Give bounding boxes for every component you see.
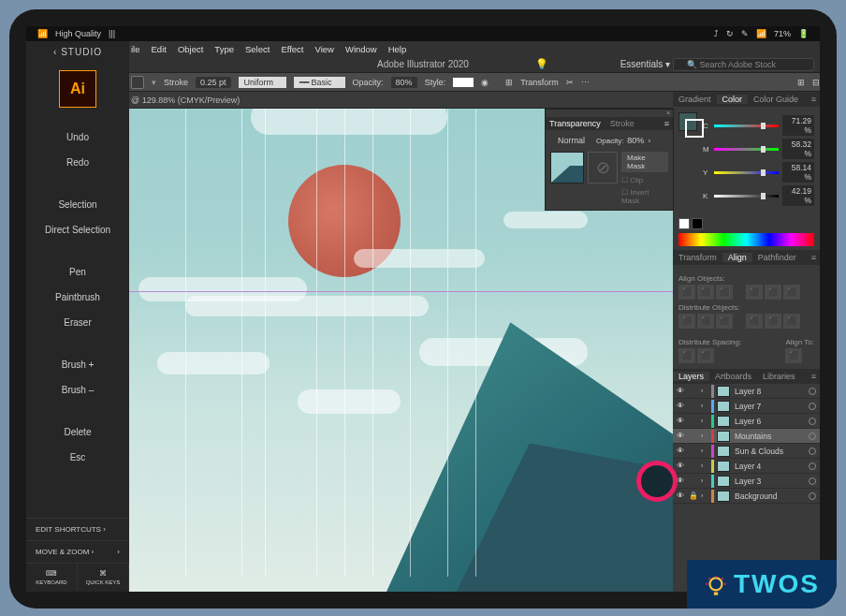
expand-icon[interactable]: › — [701, 433, 708, 439]
visibility-icon[interactable]: 👁 — [677, 387, 686, 395]
tab-colorguide[interactable]: Color Guide — [748, 95, 804, 104]
opacity-value[interactable]: 80% — [391, 77, 417, 88]
style-swatch[interactable] — [453, 78, 474, 87]
hint-icon[interactable]: 💡 — [535, 58, 548, 70]
layer-name[interactable]: Layer 3 — [733, 477, 806, 486]
paintbrush-tool[interactable]: Paintbrush — [55, 292, 100, 302]
align-right-icon[interactable]: ⬛ — [716, 285, 733, 300]
layer-row[interactable]: 👁 🔒 › Background — [673, 489, 820, 504]
c-value[interactable]: 71.29 % — [782, 115, 814, 136]
close-icon[interactable]: × — [666, 110, 670, 117]
menu-file[interactable]: ile — [131, 44, 140, 54]
move-zoom[interactable]: MOVE & ZOOM ›› — [26, 540, 129, 563]
lock-icon[interactable]: 🔒 — [689, 491, 698, 500]
fill-stroke-swatch[interactable] — [678, 112, 697, 131]
visibility-icon[interactable]: 👁 — [677, 402, 686, 410]
panel-menu-icon[interactable]: ≡ — [808, 372, 820, 381]
visibility-icon[interactable]: 👁 — [677, 447, 686, 455]
layer-name[interactable]: Layer 4 — [733, 462, 806, 471]
tab-align[interactable]: Align — [722, 253, 752, 262]
pen-tool[interactable]: Pen — [69, 267, 86, 277]
layer-name[interactable]: Sun & Clouds — [733, 447, 806, 456]
transform-label[interactable]: Transform — [520, 78, 559, 87]
layer-name[interactable]: Layer 7 — [733, 402, 806, 411]
guide-line[interactable] — [129, 291, 673, 292]
brush-minus[interactable]: Brush – — [62, 385, 94, 395]
edit-icon[interactable]: ✎ — [741, 29, 749, 38]
tab-transparency[interactable]: Transparency — [549, 119, 601, 128]
layer-row[interactable]: 👁 › Sun & Clouds — [673, 444, 820, 459]
menu-edit[interactable]: Edit — [152, 44, 167, 54]
more-icons[interactable]: ⋯ — [581, 78, 590, 87]
target-icon[interactable] — [809, 418, 816, 425]
tab-transform[interactable]: Transform — [673, 253, 722, 262]
target-icon[interactable] — [809, 477, 816, 485]
dist-hcenter-icon[interactable]: ⬛ — [765, 314, 781, 329]
direct-selection-tool[interactable]: Direct Selection — [45, 225, 110, 235]
target-icon[interactable] — [809, 388, 816, 395]
workspace-dropdown[interactable]: Essentials ▾ — [620, 59, 670, 69]
k-value[interactable]: 42.19 % — [782, 185, 814, 206]
align-top-icon[interactable]: ⬛ — [746, 285, 763, 300]
expand-icon[interactable]: › — [701, 403, 708, 409]
align-hcenter-icon[interactable]: ⬛ — [697, 285, 714, 300]
m-value[interactable]: 58.32 % — [782, 139, 814, 159]
brush-def[interactable]: ━━ Basic — [294, 77, 345, 88]
isolate-icon[interactable]: ✂ — [566, 78, 574, 87]
stroke-value[interactable]: 0.25 pt — [196, 77, 231, 88]
expand-icon[interactable]: › — [701, 418, 708, 424]
layer-name[interactable]: Background — [733, 491, 806, 501]
swatch-black[interactable] — [692, 218, 703, 229]
sync-icon[interactable]: ↻ — [726, 29, 734, 38]
visibility-icon[interactable]: 👁 — [677, 462, 686, 470]
share-icon[interactable]: ⤴ — [714, 29, 719, 38]
menu-select[interactable]: Select — [245, 44, 270, 54]
m-slider[interactable] — [714, 148, 779, 151]
dist-hspace-icon[interactable]: ⬛ — [697, 348, 714, 363]
quickkeys-mode[interactable]: ⌘QUICK KEYS — [78, 563, 129, 592]
sidebar-title[interactable]: ‹ STUDIO — [53, 47, 102, 57]
target-icon[interactable] — [809, 447, 816, 455]
dist-right-icon[interactable]: ⬛ — [783, 314, 800, 329]
recolor-icon[interactable]: ◉ — [481, 78, 489, 87]
expand-icon[interactable]: › — [701, 388, 708, 394]
visibility-icon[interactable]: 👁 — [677, 477, 686, 485]
visibility-icon[interactable]: 👁 — [677, 432, 686, 440]
opacity-field[interactable]: 80% — [627, 136, 644, 145]
dist-vcenter-icon[interactable]: ⬛ — [697, 314, 714, 329]
edit-shortcuts[interactable]: EDIT SHORTCUTS › — [26, 518, 129, 540]
fill-swatch[interactable] — [131, 76, 144, 89]
panel-menu-icon[interactable]: ≡ — [808, 253, 820, 262]
menu-type[interactable]: Type — [214, 44, 234, 54]
dist-top-icon[interactable]: ⬛ — [678, 314, 695, 329]
dist-left-icon[interactable]: ⬛ — [746, 314, 763, 329]
align-icons[interactable]: ⊞ — [505, 78, 513, 87]
mask-thumbnail[interactable]: ⊘ — [588, 152, 618, 183]
layer-row[interactable]: 👁 › Layer 4 — [673, 459, 820, 474]
layer-row[interactable]: 👁 › Layer 3 — [673, 474, 820, 489]
tab-gradient[interactable]: Gradient — [673, 95, 717, 104]
tab-libraries[interactable]: Libraries — [757, 372, 801, 381]
tab-layers[interactable]: Layers — [673, 372, 709, 381]
swatch-white[interactable] — [678, 218, 690, 229]
arrange2-icon[interactable]: ⊟ — [812, 78, 820, 87]
layer-row[interactable]: 👁 › Layer 8 — [673, 384, 820, 399]
menu-object[interactable]: Object — [178, 44, 203, 54]
menu-view[interactable]: View — [315, 44, 334, 54]
expand-icon[interactable]: › — [701, 492, 708, 499]
tab-stroke[interactable]: Stroke — [610, 119, 634, 128]
layer-name[interactable]: Layer 8 — [733, 387, 806, 396]
menu-window[interactable]: Window — [345, 44, 377, 54]
panel-menu-icon[interactable]: ≡ — [664, 119, 669, 128]
target-icon[interactable] — [809, 462, 816, 470]
keyboard-mode[interactable]: ⌨KEYBOARD — [26, 563, 78, 592]
document-tab[interactable]: @ 129.88% (CMYK/Preview) — [131, 95, 240, 105]
y-slider[interactable] — [714, 171, 779, 174]
expand-icon[interactable]: › — [701, 447, 708, 454]
expand-icon[interactable]: › — [701, 477, 708, 484]
undo-button[interactable]: Undo — [66, 132, 89, 142]
delete-button[interactable]: Delete — [65, 427, 92, 437]
layer-name[interactable]: Mountains — [733, 432, 806, 441]
tab-artboards[interactable]: Artboards — [709, 372, 757, 381]
target-icon[interactable] — [809, 403, 816, 410]
